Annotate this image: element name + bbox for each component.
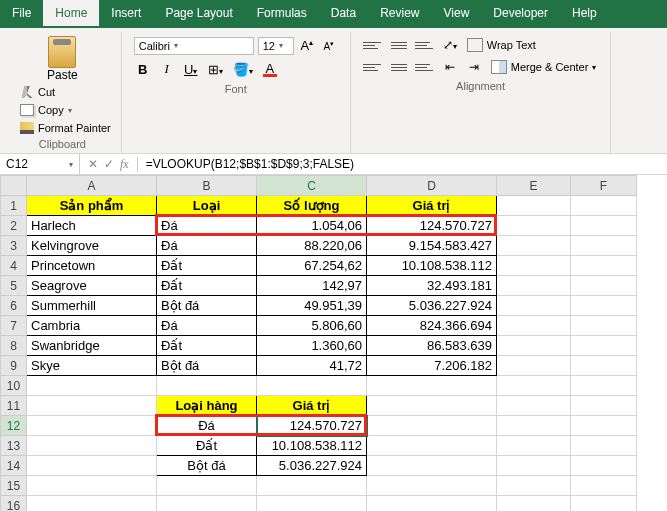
row-header-16[interactable]: 16 bbox=[1, 496, 27, 512]
cell[interactable] bbox=[27, 476, 157, 496]
cell-D1[interactable]: Giá trị bbox=[367, 196, 497, 216]
cell-B7[interactable]: Đá bbox=[157, 316, 257, 336]
cell[interactable] bbox=[571, 416, 637, 436]
tab-file[interactable]: File bbox=[0, 0, 43, 28]
tab-developer[interactable]: Developer bbox=[481, 0, 560, 28]
col-header-F[interactable]: F bbox=[571, 176, 637, 196]
cell-D6[interactable]: 5.036.227.924 bbox=[367, 296, 497, 316]
cell-B3[interactable]: Đá bbox=[157, 236, 257, 256]
formula-input[interactable]: =VLOOKUP(B12;$B$1:$D$9;3;FALSE) bbox=[138, 154, 667, 174]
cell[interactable] bbox=[367, 416, 497, 436]
cell[interactable] bbox=[27, 496, 157, 512]
row-header-2[interactable]: 2 bbox=[1, 216, 27, 236]
cell[interactable] bbox=[257, 476, 367, 496]
cut-button[interactable]: Cut bbox=[18, 84, 113, 100]
borders-button[interactable]: ⊞▾ bbox=[206, 60, 225, 79]
cell[interactable] bbox=[27, 396, 157, 416]
cell-C3[interactable]: 88.220,06 bbox=[257, 236, 367, 256]
cell-D4[interactable]: 10.108.538.112 bbox=[367, 256, 497, 276]
merge-center-button[interactable]: Merge & Center▾ bbox=[489, 58, 599, 76]
cell-A2[interactable]: Harlech bbox=[27, 216, 157, 236]
cell-B4[interactable]: Đất bbox=[157, 256, 257, 276]
cell-B14[interactable]: Bột đá bbox=[157, 456, 257, 476]
cell[interactable] bbox=[367, 376, 497, 396]
orientation-button[interactable]: ⤢▾ bbox=[441, 36, 459, 54]
cell-A8[interactable]: Swanbridge bbox=[27, 336, 157, 356]
cell[interactable] bbox=[571, 276, 637, 296]
font-color-button[interactable]: A bbox=[261, 59, 279, 79]
cell-A5[interactable]: Seagrove bbox=[27, 276, 157, 296]
cell[interactable] bbox=[571, 436, 637, 456]
cell[interactable] bbox=[571, 236, 637, 256]
cell-D3[interactable]: 9.154.583.427 bbox=[367, 236, 497, 256]
cell[interactable] bbox=[497, 296, 571, 316]
tab-home[interactable]: Home bbox=[43, 0, 99, 28]
cell-C8[interactable]: 1.360,60 bbox=[257, 336, 367, 356]
cell[interactable] bbox=[571, 496, 637, 512]
cell[interactable] bbox=[571, 376, 637, 396]
row-header-12[interactable]: 12 bbox=[1, 416, 27, 436]
cell-C12[interactable]: 124.570.727 bbox=[257, 416, 367, 436]
cell[interactable] bbox=[571, 196, 637, 216]
wrap-text-button[interactable]: Wrap Text bbox=[465, 36, 538, 54]
cell[interactable] bbox=[571, 256, 637, 276]
cell[interactable] bbox=[571, 356, 637, 376]
cell-B13[interactable]: Đất bbox=[157, 436, 257, 456]
cell[interactable] bbox=[497, 356, 571, 376]
cell[interactable] bbox=[497, 376, 571, 396]
cell[interactable] bbox=[571, 456, 637, 476]
cell[interactable] bbox=[497, 236, 571, 256]
row-header-11[interactable]: 11 bbox=[1, 396, 27, 416]
row-header-9[interactable]: 9 bbox=[1, 356, 27, 376]
tab-insert[interactable]: Insert bbox=[99, 0, 153, 28]
cell-A7[interactable]: Cambria bbox=[27, 316, 157, 336]
cell-B6[interactable]: Bột đá bbox=[157, 296, 257, 316]
cell[interactable] bbox=[497, 396, 571, 416]
bold-button[interactable]: B bbox=[134, 60, 152, 79]
cell-D5[interactable]: 32.493.181 bbox=[367, 276, 497, 296]
tab-view[interactable]: View bbox=[432, 0, 482, 28]
cell-C4[interactable]: 67.254,62 bbox=[257, 256, 367, 276]
cell-B5[interactable]: Đất bbox=[157, 276, 257, 296]
cell-D2[interactable]: 124.570.727 bbox=[367, 216, 497, 236]
enter-formula-button[interactable]: ✓ bbox=[104, 157, 114, 171]
cell[interactable] bbox=[497, 276, 571, 296]
row-header-13[interactable]: 13 bbox=[1, 436, 27, 456]
decrease-indent-button[interactable]: ⇤ bbox=[441, 58, 459, 76]
cell[interactable] bbox=[571, 216, 637, 236]
cell[interactable] bbox=[367, 436, 497, 456]
copy-button[interactable]: Copy▾ bbox=[18, 102, 113, 118]
align-top-button[interactable] bbox=[363, 37, 383, 53]
cell[interactable] bbox=[497, 196, 571, 216]
row-header-5[interactable]: 5 bbox=[1, 276, 27, 296]
cell[interactable] bbox=[27, 376, 157, 396]
col-header-B[interactable]: B bbox=[157, 176, 257, 196]
italic-button[interactable]: I bbox=[158, 59, 176, 79]
cell[interactable] bbox=[497, 216, 571, 236]
row-header-8[interactable]: 8 bbox=[1, 336, 27, 356]
paste-button[interactable]: Paste bbox=[12, 34, 113, 84]
cell[interactable] bbox=[497, 316, 571, 336]
fill-color-button[interactable]: 🪣▾ bbox=[231, 60, 255, 79]
spreadsheet-grid[interactable]: ABCDEF1Sản phẩmLoạiSố lượngGiá trị2Harle… bbox=[0, 175, 667, 511]
format-painter-button[interactable]: Format Painter bbox=[18, 120, 113, 136]
tab-data[interactable]: Data bbox=[319, 0, 368, 28]
cell-D8[interactable]: 86.583.639 bbox=[367, 336, 497, 356]
name-box[interactable]: C12▾ bbox=[0, 154, 80, 174]
row-header-6[interactable]: 6 bbox=[1, 296, 27, 316]
cell-A6[interactable]: Summerhill bbox=[27, 296, 157, 316]
align-middle-button[interactable] bbox=[389, 37, 409, 53]
cell-A3[interactable]: Kelvingrove bbox=[27, 236, 157, 256]
tab-review[interactable]: Review bbox=[368, 0, 431, 28]
font-size-selector[interactable]: 12▾ bbox=[258, 37, 294, 55]
row-header-10[interactable]: 10 bbox=[1, 376, 27, 396]
align-bottom-button[interactable] bbox=[415, 37, 435, 53]
cell[interactable] bbox=[367, 396, 497, 416]
cell[interactable] bbox=[571, 396, 637, 416]
tab-help[interactable]: Help bbox=[560, 0, 609, 28]
cell-C13[interactable]: 10.108.538.112 bbox=[257, 436, 367, 456]
cell[interactable] bbox=[367, 456, 497, 476]
cell-A9[interactable]: Skye bbox=[27, 356, 157, 376]
cell-A1[interactable]: Sản phẩm bbox=[27, 196, 157, 216]
cell-B11[interactable]: Loại hàng bbox=[157, 396, 257, 416]
